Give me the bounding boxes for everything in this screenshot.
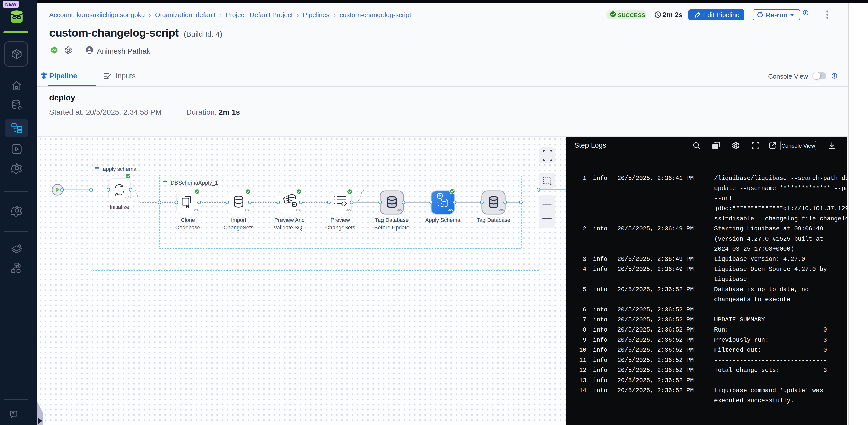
- svg-text:Clone: Clone: [181, 217, 195, 223]
- svg-text:</>: </>: [125, 196, 130, 200]
- svg-text:Tag Database: Tag Database: [477, 217, 510, 223]
- svg-text:</>: </>: [397, 208, 402, 212]
- svg-text:DBSchemaApply_1: DBSchemaApply_1: [171, 180, 218, 186]
- svg-text:Validate SQL: Validate SQL: [274, 224, 306, 231]
- svg-text:Tag Database: Tag Database: [375, 217, 408, 223]
- svg-text:apply schema: apply schema: [103, 166, 136, 172]
- svg-text:</>: </>: [499, 208, 504, 212]
- svg-text:</>: </>: [244, 208, 249, 212]
- svg-text:Codebase: Codebase: [176, 224, 200, 231]
- svg-text:</>: </>: [346, 208, 351, 212]
- svg-text:ChangeSets: ChangeSets: [224, 224, 254, 231]
- svg-text:ChangeSets: ChangeSets: [326, 224, 355, 231]
- svg-text:</>: </>: [194, 208, 199, 212]
- svg-text:Before Update: Before Update: [374, 224, 409, 231]
- svg-text:</>: </>: [296, 208, 301, 212]
- svg-text:Import: Import: [231, 217, 246, 223]
- svg-text:?: ?: [11, 411, 14, 416]
- svg-text:Preview: Preview: [331, 217, 350, 223]
- svg-text:</>: </>: [448, 208, 453, 212]
- svg-text:Preview And: Preview And: [274, 217, 305, 223]
- svg-text:Apply Schema: Apply Schema: [425, 217, 461, 223]
- svg-text:Initialize: Initialize: [110, 204, 129, 210]
